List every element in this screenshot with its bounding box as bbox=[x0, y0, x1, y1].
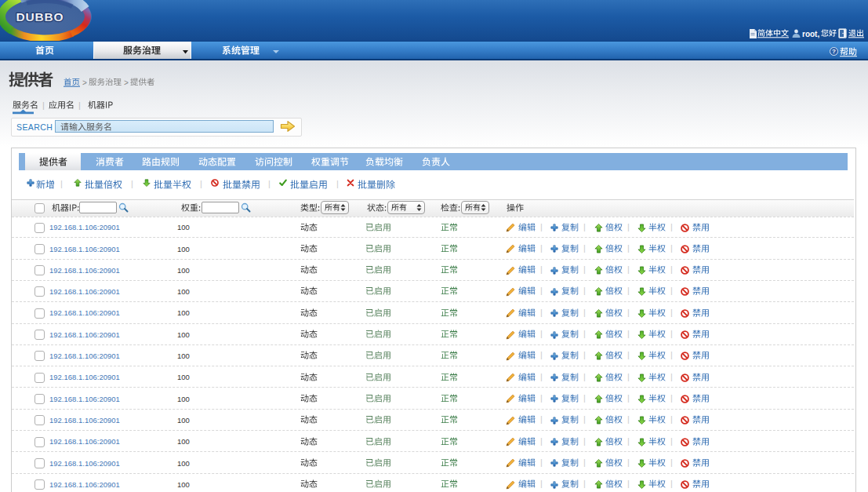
svg-text:?: ? bbox=[832, 48, 836, 55]
svg-text:DUBBO: DUBBO bbox=[16, 10, 64, 24]
